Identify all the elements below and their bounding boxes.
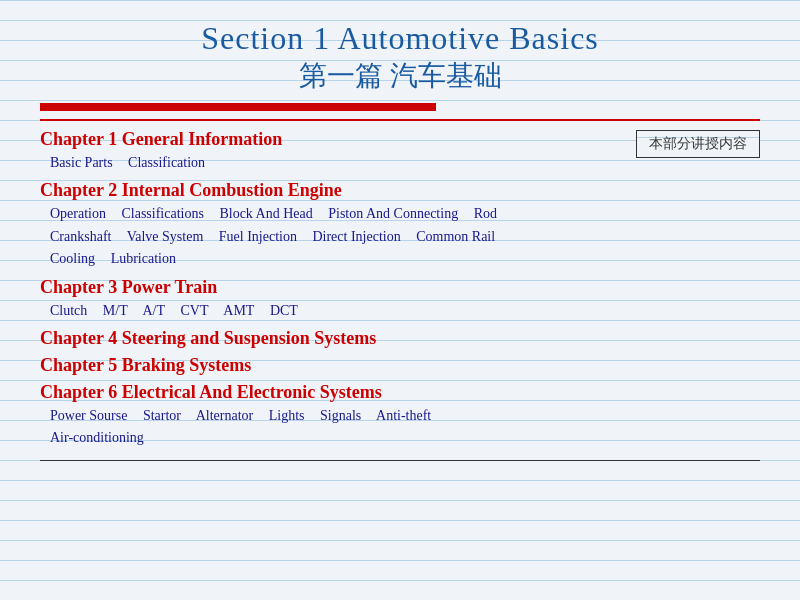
item-common-rail[interactable]: Common Rail — [416, 229, 495, 244]
item-valve-system[interactable]: Valve System — [127, 229, 204, 244]
chapter-6-title[interactable]: Chapter 6 Electrical And Electronic Syst… — [40, 382, 760, 403]
item-cooling[interactable]: Cooling — [50, 251, 95, 266]
title-english: Section 1 Automotive Basics — [40, 20, 760, 57]
item-lubrication[interactable]: Lubrication — [111, 251, 176, 266]
item-piston-connecting[interactable]: Piston And Connecting — [328, 206, 458, 221]
item-at[interactable]: A/T — [142, 303, 165, 318]
item-startor[interactable]: Startor — [143, 408, 181, 423]
chapter-3-title[interactable]: Chapter 3 Power Train — [40, 277, 760, 298]
chapter-6-items-row2: Air-conditioning — [40, 427, 760, 449]
item-clutch[interactable]: Clutch — [50, 303, 87, 318]
chapter-3: Chapter 3 Power Train Clutch M/T A/T CVT… — [40, 277, 760, 322]
chapter-3-items: Clutch M/T A/T CVT AMT DCT — [40, 300, 760, 322]
chapter-4-title[interactable]: Chapter 4 Steering and Suspension System… — [40, 328, 760, 349]
item-direct-injection[interactable]: Direct Injection — [312, 229, 400, 244]
item-operation[interactable]: Operation — [50, 206, 106, 221]
divider-line — [40, 119, 760, 121]
chapter-5-title[interactable]: Chapter 5 Braking Systems — [40, 355, 760, 376]
chapter-2-items-row1: Operation Classifications Block And Head… — [40, 203, 760, 225]
chapter-2: Chapter 2 Internal Combustion Engine Ope… — [40, 180, 760, 270]
chapter-6-items-row1: Power Sourse Startor Alternator Lights S… — [40, 405, 760, 427]
item-rod[interactable]: Rod — [474, 206, 497, 221]
item-alternator[interactable]: Alternator — [196, 408, 254, 423]
chapter-4: Chapter 4 Steering and Suspension System… — [40, 328, 760, 349]
item-fuel-injection[interactable]: Fuel Injection — [219, 229, 297, 244]
item-classifications[interactable]: Classifications — [121, 206, 203, 221]
item-lights[interactable]: Lights — [269, 408, 305, 423]
page: Section 1 Automotive Basics 第一篇 汽车基础 本部分… — [0, 0, 800, 600]
title-chinese: 第一篇 汽车基础 — [40, 57, 760, 95]
item-signals[interactable]: Signals — [320, 408, 361, 423]
item-anti-theft[interactable]: Anti-theft — [376, 408, 431, 423]
chapter-2-items-row2: Crankshaft Valve System Fuel Injection D… — [40, 226, 760, 248]
item-block-and-head[interactable]: Block And Head — [219, 206, 312, 221]
content-box-label: 本部分讲授内容 — [636, 130, 760, 158]
item-power-source[interactable]: Power Sourse — [50, 408, 127, 423]
item-amt[interactable]: AMT — [223, 303, 254, 318]
bottom-divider — [40, 460, 760, 461]
item-crankshaft[interactable]: Crankshaft — [50, 229, 111, 244]
item-classification[interactable]: Classification — [128, 155, 205, 170]
item-air-conditioning[interactable]: Air-conditioning — [50, 430, 144, 445]
item-dct[interactable]: DCT — [270, 303, 298, 318]
item-cvt[interactable]: CVT — [181, 303, 209, 318]
chapter-2-items-row3: Cooling Lubrication — [40, 248, 760, 270]
title-section: Section 1 Automotive Basics 第一篇 汽车基础 — [40, 20, 760, 95]
red-divider-bar — [40, 103, 436, 111]
chapter-5: Chapter 5 Braking Systems — [40, 355, 760, 376]
item-basic-parts[interactable]: Basic Parts — [50, 155, 113, 170]
chapter-6: Chapter 6 Electrical And Electronic Syst… — [40, 382, 760, 450]
item-mt[interactable]: M/T — [103, 303, 128, 318]
chapter-2-title[interactable]: Chapter 2 Internal Combustion Engine — [40, 180, 760, 201]
